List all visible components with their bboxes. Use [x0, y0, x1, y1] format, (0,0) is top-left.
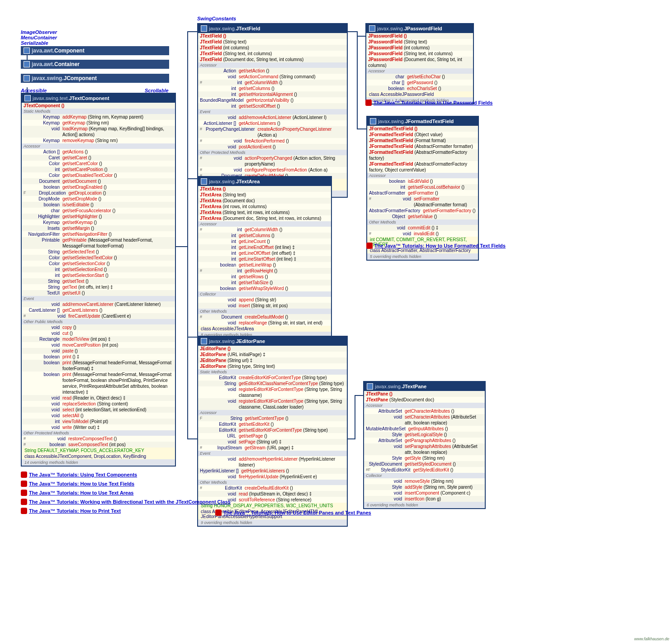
class-icon [24, 95, 31, 101]
box-component: java.awt.Component [21, 46, 169, 55]
box-jformattedtextfield: javax.swing.JFormattedTextField JFormatt… [366, 116, 479, 261]
box-container: java.awt.Container [21, 60, 169, 69]
iface-menucontainer: MenuContainer [21, 35, 57, 40]
class-icon [24, 48, 30, 54]
box-jcomponent: javax.swing.JComponent [21, 74, 169, 83]
iface-imageobserver: ImageObserver [21, 29, 57, 35]
bullet-icon [215, 510, 222, 516]
box-jtextarea: javax.swing.JTextArea JTextArea () JText… [197, 176, 332, 339]
bullet-icon [365, 100, 372, 106]
bullet-icon [21, 499, 27, 505]
bullet-icon [21, 481, 27, 487]
box-jtextpane: javax.swing.JTextPane JTextPane () JText… [363, 381, 486, 509]
tutorial-link[interactable]: The Java™ Tutorials: How to Use Editor P… [215, 510, 371, 516]
tutorial-link[interactable]: The Java™ Tutorials: How to Use Text Fie… [21, 481, 134, 487]
tutorial-link[interactable]: The Java™ Tutorials: Using Text Componen… [21, 472, 137, 478]
tutorial-link[interactable]: The Java™ Tutorials: How to Print Text [21, 508, 121, 514]
bullet-icon [366, 243, 373, 249]
diagram-canvas: ImageObserver MenuContainer Serializable… [0, 0, 672, 643]
tutorial-link[interactable]: The Java™ Tutorials: How to Use Text Are… [21, 490, 133, 496]
box-jtextcomponent: javax.swing.text.JTextComponent JTextCom… [21, 93, 176, 467]
bullet-icon [21, 490, 27, 496]
class-icon [367, 383, 373, 390]
class-icon [201, 178, 207, 185]
class-icon [369, 25, 375, 32]
bullet-icon [21, 472, 27, 478]
class-icon [24, 61, 30, 67]
class-icon [24, 75, 30, 81]
box-jeditorpane: javax.swing.JEditorPane JEditorPane () J… [197, 336, 348, 527]
box-jtextfield: javax.swing.JTextField JTextField () JTe… [197, 23, 348, 198]
class-icon [201, 25, 207, 32]
tutorial-link[interactable]: The Java™ Tutorials: How to Use Formatte… [366, 243, 506, 249]
tutorial-link[interactable]: The Java™ Tutorials: Working with Bidire… [21, 499, 231, 505]
iface-serializable: Serializable [21, 40, 48, 46]
iface-swingconstants: SwingConstants [197, 16, 236, 21]
watermark: www.falkhausen.de [634, 637, 669, 641]
box-jpasswordfield: javax.swing.JPasswordField JPasswordFiel… [365, 23, 474, 105]
tutorial-link[interactable]: The Java™ Tutorials: How to Use Password… [365, 100, 492, 106]
class-icon [370, 118, 376, 124]
bullet-icon [21, 508, 27, 514]
class-icon [201, 338, 207, 344]
